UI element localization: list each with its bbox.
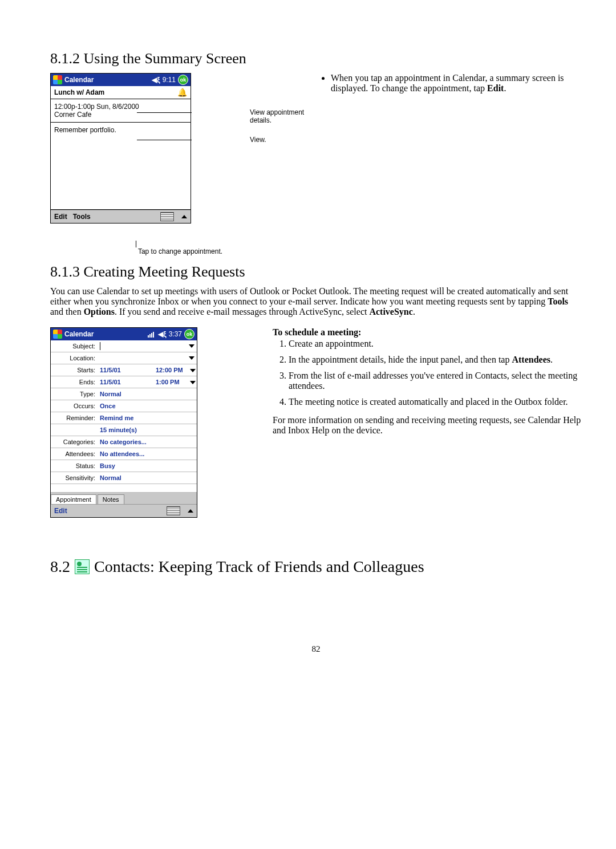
starts-label: Starts:	[51, 367, 98, 373]
contacts-icon	[75, 559, 90, 574]
heading-812: 8.1.2 Using the Summary Screen	[50, 50, 582, 67]
ends-date[interactable]: 11/5/01	[98, 379, 156, 385]
starts-time[interactable]: 12:00 PM	[156, 367, 197, 373]
ends-time[interactable]: 1:00 PM	[156, 379, 197, 385]
step-4: The meeting notice is created automatica…	[289, 397, 582, 407]
reminder-label: Reminder:	[51, 415, 98, 421]
device-summary-screen: Calendar ◀ξ 9:11 ok Lunch w/ Adam 🔔 12:0…	[50, 73, 191, 224]
para-813: You can use Calendar to set up meetings …	[50, 286, 582, 317]
svg-rect-1	[149, 334, 151, 338]
subject-dropdown-icon[interactable]	[189, 344, 194, 348]
app-title-2: Calendar	[64, 330, 145, 338]
edit-menu-2[interactable]: Edit	[54, 507, 67, 515]
clock: 9:11	[163, 76, 176, 84]
step-2: In the appointment details, hide the inp…	[289, 355, 582, 365]
svg-rect-0	[148, 335, 149, 338]
occurs-value[interactable]: Once	[98, 403, 197, 409]
heading-813: 8.1.3 Creating Meeting Requests	[50, 263, 582, 281]
clock-2: 3:37	[169, 330, 182, 338]
occurs-label: Occurs:	[51, 403, 98, 409]
svg-rect-3	[153, 332, 154, 338]
more-info-text: For more information on sending and rece…	[273, 415, 582, 436]
tab-appointment[interactable]: Appointment	[51, 494, 96, 504]
speaker-icon[interactable]: ◀ξ	[152, 76, 160, 84]
appointment-details-pane: 12:00p-1:00p Sun, 8/6/2000 Corner Cafe	[51, 99, 191, 123]
chevron-down-icon[interactable]	[190, 381, 196, 384]
starts-date[interactable]: 11/5/01	[98, 367, 156, 373]
ends-label: Ends:	[51, 379, 98, 385]
tab-notes[interactable]: Notes	[98, 494, 124, 504]
step-1: Create an appointment.	[289, 339, 582, 349]
categories-label: Categories:	[51, 438, 98, 445]
sip-keyboard-icon[interactable]	[160, 212, 174, 221]
appointment-note: Remember portfolio.	[54, 126, 187, 134]
subject-input[interactable]	[100, 342, 187, 350]
attendees-value[interactable]: No attendees...	[98, 450, 197, 457]
reminder-value[interactable]: Remind me	[98, 415, 197, 421]
ok-button[interactable]: ok	[178, 75, 188, 85]
sensitivity-label: Sensitivity:	[51, 474, 98, 481]
callout-tap-to-change: Tap to change appointment.	[123, 247, 237, 255]
type-label: Type:	[51, 391, 98, 397]
titlebar: Calendar ◀ξ 9:11 ok	[51, 74, 191, 86]
edit-menu[interactable]: Edit	[54, 213, 67, 221]
subject-label: Subject:	[51, 343, 98, 350]
sip-arrow-icon[interactable]	[188, 509, 193, 513]
tools-menu[interactable]: Tools	[73, 213, 91, 221]
location-dropdown-icon[interactable]	[189, 356, 194, 360]
step-3: From the list of e-mail addresses you've…	[289, 371, 582, 391]
start-icon[interactable]	[53, 330, 62, 339]
page-number: 82	[50, 644, 582, 654]
device-appointment-form: Calendar ◀ξ 3:37 ok Subject: Loca	[50, 327, 197, 518]
heading-82: 8.2 Contacts: Keeping Track of Friends a…	[50, 558, 582, 576]
reminder-bell-icon: 🔔	[177, 88, 187, 96]
appointment-time: 12:00p-1:00p Sun, 8/6/2000	[54, 103, 187, 111]
location-label: Location:	[51, 355, 98, 361]
reminder-interval[interactable]: 15 minute(s)	[98, 426, 197, 433]
titlebar-2: Calendar ◀ξ 3:37 ok	[51, 328, 197, 340]
chevron-down-icon[interactable]	[190, 369, 196, 372]
sip-keyboard-icon[interactable]	[167, 506, 180, 515]
signal-icon	[148, 331, 156, 338]
sip-arrow-icon[interactable]	[181, 215, 187, 218]
categories-value[interactable]: No categories...	[98, 438, 197, 445]
callout-view: View.	[198, 136, 307, 144]
speaker-icon[interactable]: ◀ξ	[158, 330, 166, 338]
attendees-label: Attendees:	[51, 450, 98, 457]
ok-button-2[interactable]: ok	[184, 329, 194, 339]
start-icon[interactable]	[53, 75, 62, 84]
summary-screen-text: When you tap an appointment in Calendar,…	[331, 73, 582, 94]
type-value[interactable]: Normal	[98, 391, 197, 397]
appointment-subject: Lunch w/ Adam	[54, 88, 104, 96]
status-label: Status:	[51, 462, 98, 469]
sensitivity-value[interactable]: Normal	[98, 474, 197, 481]
svg-rect-2	[151, 333, 152, 338]
status-value[interactable]: Busy	[98, 462, 197, 469]
callout-view-details: View appointment details.	[198, 108, 307, 124]
app-title: Calendar	[64, 76, 149, 84]
schedule-meeting-head: To schedule a meeting:	[273, 327, 582, 338]
